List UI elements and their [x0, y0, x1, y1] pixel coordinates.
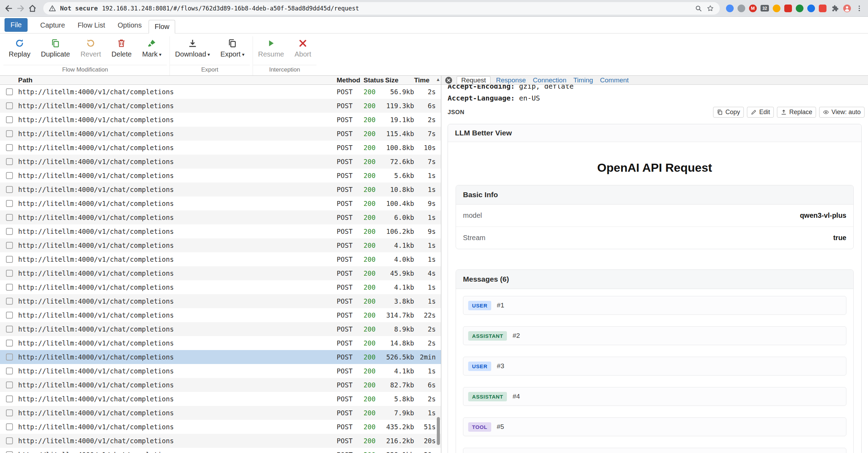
zoom-icon[interactable] [695, 5, 702, 12]
extension-icon[interactable] [807, 5, 815, 12]
extension-icon[interactable] [773, 5, 780, 12]
extension-icon[interactable]: M [749, 5, 757, 12]
flow-time: 6s [414, 99, 436, 113]
flow-row[interactable]: http://litellm:4000/v1/chat/completions … [0, 210, 441, 224]
flow-row[interactable]: http://litellm:4000/v1/chat/completions … [0, 141, 441, 155]
extension-icon[interactable] [726, 5, 734, 12]
scrollbar-up-icon[interactable]: ▲ [436, 77, 440, 82]
message-item[interactable]: TOOL #5 [463, 417, 846, 436]
extension-icon[interactable] [784, 5, 792, 12]
dropdown-caret-icon: ▾ [208, 52, 210, 57]
extensions-puzzle-icon[interactable] [830, 4, 839, 13]
abort-button[interactable]: Abort [289, 36, 316, 65]
flow-row[interactable]: http://litellm:4000/v1/chat/completions … [0, 183, 441, 196]
address-bar[interactable]: Not secure 192.168.31.248:8081/#/flows/7… [43, 2, 720, 15]
extension-icon[interactable] [738, 5, 745, 12]
revert-button[interactable]: Revert [75, 36, 106, 65]
flow-row[interactable]: http://litellm:4000/v1/chat/completions … [0, 406, 441, 420]
flow-time: 51s [414, 420, 436, 434]
scrollbar-thumb[interactable] [437, 417, 440, 445]
resume-button[interactable]: Resume [253, 36, 289, 65]
column-path[interactable]: Path [15, 76, 337, 84]
delete-button[interactable]: Delete [106, 36, 137, 65]
flow-status: 200 [364, 196, 385, 210]
flow-row[interactable]: http://litellm:4000/v1/chat/completions … [0, 99, 441, 113]
view-mode-button[interactable]: View: auto [819, 107, 865, 118]
extension-icon[interactable] [819, 5, 826, 12]
flow-method: POST [337, 364, 364, 378]
home-icon[interactable] [28, 4, 37, 13]
export-button[interactable]: Export▾ [215, 36, 250, 65]
copy-button[interactable]: Copy [713, 107, 744, 118]
flow-row[interactable]: http://litellm:4000/v1/chat/completions … [0, 127, 441, 141]
flow-row[interactable]: http://litellm:4000/v1/chat/completions … [0, 448, 441, 453]
message-item[interactable]: USER #1 [463, 296, 846, 315]
flow-row[interactable]: http://litellm:4000/v1/chat/completions … [0, 350, 441, 364]
message-item[interactable]: ASSISTANT #4 [463, 387, 846, 406]
flow-row[interactable]: http://litellm:4000/v1/chat/completions … [0, 336, 441, 350]
column-method[interactable]: Method [337, 76, 364, 84]
mark-button[interactable]: Mark▾ [137, 36, 166, 65]
edit-button[interactable]: Edit [747, 107, 774, 118]
message-item-partial[interactable] [463, 448, 846, 453]
flow-row[interactable]: http://litellm:4000/v1/chat/completions … [0, 308, 441, 322]
flow-path: http://litellm:4000/v1/chat/completions [15, 183, 337, 196]
flow-row[interactable]: http://litellm:4000/v1/chat/completions … [0, 392, 441, 406]
tab-connection[interactable]: Connection [531, 76, 568, 84]
flow-row[interactable]: http://litellm:4000/v1/chat/completions … [0, 155, 441, 169]
flow-row[interactable]: http://litellm:4000/v1/chat/completions … [0, 196, 441, 210]
menu-tab-options[interactable]: Options [112, 19, 147, 32]
menu-tab-flow[interactable]: Flow [149, 20, 175, 34]
message-item[interactable]: USER #3 [463, 357, 846, 376]
close-icon[interactable] [445, 76, 452, 84]
flow-row[interactable]: http://litellm:4000/v1/chat/completions … [0, 266, 441, 280]
message-list: USER #1 ASSISTANT #2 USER #3 ASSISTANT #… [456, 289, 853, 436]
flow-row[interactable]: http://litellm:4000/v1/chat/completions … [0, 378, 441, 392]
column-status[interactable]: Status [364, 76, 385, 84]
column-time[interactable]: Time [414, 76, 436, 84]
tab-comment[interactable]: Comment [599, 76, 630, 84]
flow-state-icon [6, 354, 13, 361]
bookmark-star-icon[interactable] [706, 5, 714, 12]
flow-row[interactable]: http://litellm:4000/v1/chat/completions … [0, 280, 441, 294]
extension-icon[interactable] [796, 5, 803, 12]
flow-row[interactable]: http://litellm:4000/v1/chat/completions … [0, 420, 441, 434]
request-headers: Accept-Encoding: gzip, deflate Accept-La… [448, 85, 865, 104]
profile-avatar[interactable] [843, 5, 851, 12]
flow-row[interactable]: http://litellm:4000/v1/chat/completions … [0, 113, 441, 127]
forward-icon[interactable] [16, 4, 25, 13]
flow-row[interactable]: http://litellm:4000/v1/chat/completions … [0, 238, 441, 252]
download-button[interactable]: Download▾ [170, 36, 215, 65]
back-icon[interactable] [4, 4, 13, 13]
flow-row[interactable]: http://litellm:4000/v1/chat/completions … [0, 169, 441, 183]
flow-row[interactable]: http://litellm:4000/v1/chat/completions … [0, 252, 441, 266]
flow-row[interactable]: http://litellm:4000/v1/chat/completions … [0, 294, 441, 308]
menu-tab-flow-list[interactable]: Flow List [72, 19, 111, 32]
tab-response[interactable]: Response [495, 76, 527, 84]
flow-row[interactable]: http://litellm:4000/v1/chat/completions … [0, 224, 441, 238]
tab-timing[interactable]: Timing [572, 76, 594, 84]
flow-method: POST [337, 113, 364, 127]
toolbar-group-flow-modification: Replay Duplicate Revert Delete [3, 36, 167, 75]
flow-state-icon [6, 256, 13, 263]
menu-tab-file[interactable]: File [5, 18, 28, 32]
duplicate-button[interactable]: Duplicate [36, 36, 75, 65]
column-size[interactable]: Size [385, 76, 414, 84]
flow-row[interactable]: http://litellm:4000/v1/chat/completions … [0, 322, 441, 336]
flow-row[interactable]: http://litellm:4000/v1/chat/completions … [0, 434, 441, 448]
flow-row[interactable]: http://litellm:4000/v1/chat/completions … [0, 85, 441, 99]
flow-size: 106.2kb [385, 224, 414, 238]
replay-button[interactable]: Replay [3, 36, 36, 65]
flow-time: 1s [414, 183, 436, 196]
security-label[interactable]: Not secure [60, 5, 98, 12]
url-text[interactable]: 192.168.31.248:8081/#/flows/762d3d89-16b… [102, 5, 359, 12]
message-item[interactable]: ASSISTANT #2 [463, 326, 846, 345]
tab-request[interactable]: Request [457, 76, 491, 84]
flow-row[interactable]: http://litellm:4000/v1/chat/completions … [0, 364, 441, 378]
browser-menu-dots-icon[interactable] [855, 4, 864, 13]
menu-tab-capture[interactable]: Capture [35, 19, 70, 32]
flow-path: http://litellm:4000/v1/chat/completions [15, 392, 337, 406]
extension-badge[interactable]: 32 [761, 5, 769, 12]
flow-method: POST [337, 155, 364, 169]
replace-button[interactable]: Replace [777, 107, 816, 118]
